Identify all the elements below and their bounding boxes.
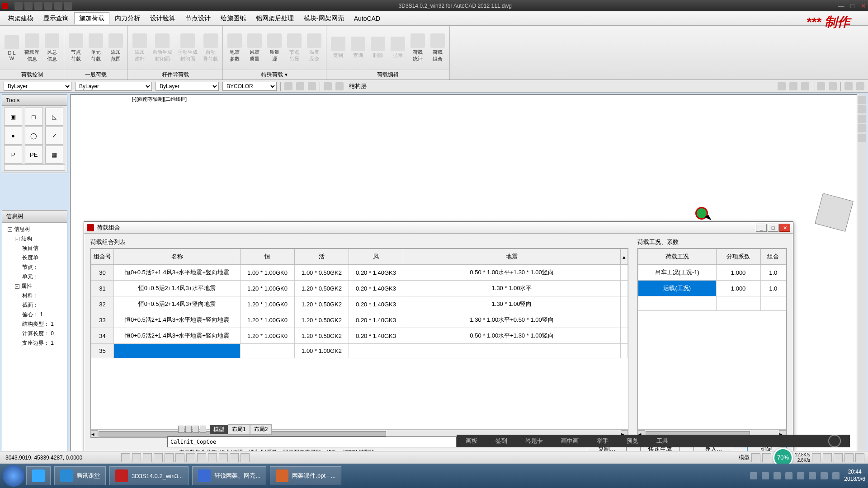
loadcase-grid[interactable]: 荷载工况分项系数组合吊车工况(工况-1)1.0001.0活载(工况)1.0001… [637, 248, 787, 438]
ribbon-btn[interactable]: 显示 [388, 35, 408, 61]
showmotion-icon[interactable] [858, 134, 866, 142]
qp-icon[interactable] [219, 453, 228, 462]
ribbon-btn[interactable]: 荷载统计 [408, 32, 428, 64]
tool-rect-icon[interactable] [4, 164, 65, 171]
ribbon-btn[interactable]: 添加虚杆 [130, 32, 150, 64]
tool-cube-icon[interactable]: ▣ [4, 108, 22, 126]
ribbon-btn[interactable]: 荷载组合 [428, 32, 448, 64]
status-r4-icon[interactable] [823, 453, 832, 462]
table-row[interactable]: 34恒0+0.5活2+1.4风3+水平地震+竖向地震1.20 * 1.00GK0… [91, 328, 628, 344]
qat-save-icon[interactable] [34, 2, 42, 10]
info-tree[interactable]: −信息树 −结构 项目信 长度单 节点： 单元： −属性 材料： 截面： 偏心：… [2, 223, 67, 350]
taskbar-item[interactable]: 轩锐网架、网壳... [192, 466, 266, 485]
qat-undo-icon[interactable] [44, 2, 52, 10]
area-icon[interactable] [856, 82, 864, 90]
grid-icon[interactable] [132, 453, 141, 462]
tray-flag-icon[interactable] [762, 472, 769, 479]
taskbar-item[interactable]: 腾讯课堂 [54, 466, 106, 485]
tray-sync-icon[interactable] [785, 472, 793, 479]
menu-8[interactable]: 模块-网架网壳 [299, 13, 349, 24]
taskbar-item[interactable]: 3D3S14.0.2_win3... [109, 466, 189, 485]
snap-icon[interactable] [121, 453, 130, 462]
start-button[interactable] [3, 465, 24, 487]
combination-grid[interactable]: 组合号名称恒活风地震▴30恒0+0.5活2+1.4风3+水平地震+竖向地震1.0… [90, 248, 628, 438]
dialog-close-button[interactable]: ✕ [779, 224, 790, 232]
table-row[interactable]: 33恒0+0.5活2+1.4风3+水平地震+竖向地震1.20 * 1.00GK0… [91, 312, 628, 328]
am-icon[interactable] [241, 453, 250, 462]
study-item[interactable]: 画中画 [561, 437, 579, 445]
tab-first-icon[interactable] [178, 426, 184, 433]
tab-model[interactable]: 模型 [210, 425, 228, 434]
tab-layout1[interactable]: 布局1 [228, 424, 250, 435]
lineweight-select[interactable]: ByLayer [156, 82, 219, 91]
tab-last-icon[interactable] [200, 426, 206, 433]
menu-3[interactable]: 内力分析 [110, 13, 145, 24]
tray-mail-icon[interactable] [750, 472, 757, 479]
block-icon[interactable] [817, 82, 825, 90]
pan-icon[interactable] [858, 105, 866, 113]
layer-prev-icon[interactable] [789, 82, 797, 90]
study-item[interactable]: 签到 [495, 437, 507, 445]
tray-wifi-icon[interactable] [821, 472, 828, 479]
qat-open-icon[interactable] [24, 2, 33, 10]
dyn-icon[interactable] [197, 453, 206, 462]
tool-ellipse-icon[interactable]: ◯ [25, 127, 43, 145]
ribbon-btn[interactable]: 单元荷载 [86, 32, 106, 64]
tool-sphere-icon[interactable]: ● [4, 127, 22, 145]
study-item[interactable]: 画板 [466, 437, 477, 445]
tool-pe-icon[interactable]: PE [25, 145, 43, 164]
dialog-maximize-button[interactable]: □ [768, 224, 778, 232]
taskbar-item[interactable]: 网架课件.ppt - ... [270, 466, 341, 485]
zoom-icon[interactable] [858, 115, 866, 123]
polar-icon[interactable] [154, 453, 163, 462]
menu-7[interactable]: 铝网架后处理 [251, 13, 298, 24]
power-icon[interactable] [828, 435, 841, 447]
ribbon-btn[interactable]: 荷载库信息 [22, 32, 42, 64]
status-r6-icon[interactable] [844, 453, 854, 462]
menu-4[interactable]: 设计验算 [146, 13, 180, 24]
ribbon-btn[interactable]: D LW [2, 33, 22, 63]
table-row[interactable]: 31恒0+0.5活2+1.4风3+水平地震1.20 * 1.00GK01.20 … [91, 281, 628, 296]
tool-check-icon[interactable]: ✓ [45, 127, 63, 145]
close-button[interactable]: ✕ [861, 2, 866, 9]
ribbon-btn[interactable]: 查询 [348, 35, 368, 61]
dialog-titlebar[interactable]: 荷载组合 _ □ ✕ [84, 222, 793, 234]
qat-print-icon[interactable] [64, 2, 72, 10]
lwt-icon[interactable] [208, 453, 217, 462]
tab-prev-icon[interactable] [185, 426, 192, 433]
tool-grid-icon[interactable]: ▦ [45, 145, 63, 164]
table-row[interactable]: 活载(工况)1.0001.0 [638, 281, 786, 296]
tray-vol-icon[interactable] [809, 472, 816, 479]
status-r5-icon[interactable] [834, 453, 843, 462]
ortho-icon[interactable] [143, 453, 152, 462]
ribbon-btn[interactable]: 复制 [328, 35, 348, 61]
menu-0[interactable]: 构架建模 [4, 13, 38, 24]
hscroll-left-button[interactable]: ◂ [91, 430, 98, 437]
layer-state-icon[interactable] [296, 82, 304, 90]
ribbon-btn[interactable]: 节点吊压 [284, 32, 304, 64]
ribbon-btn[interactable]: 删除 [368, 35, 388, 61]
menu-2[interactable]: 施加荷载 [74, 12, 109, 24]
tray-net-icon[interactable] [797, 472, 804, 479]
menu-9[interactable]: AutoCAD [349, 13, 385, 24]
tray-shield-icon[interactable] [774, 472, 781, 479]
tool-box-icon[interactable]: ◻ [25, 108, 43, 126]
tool-p-icon[interactable]: P [4, 145, 22, 164]
layer-freeze-icon[interactable] [308, 82, 316, 90]
ribbon-btn[interactable]: 风总信息 [42, 32, 62, 64]
table-row[interactable]: 30恒0+0.5活2+1.4风3+水平地震+竖向地震1.00 * 1.00GK0… [91, 265, 628, 281]
minimize-button[interactable]: — [838, 2, 844, 9]
orbit-icon[interactable] [858, 124, 866, 132]
ribbon-btn[interactable]: 手动生成封闭面 [175, 32, 200, 64]
measure-icon[interactable] [844, 82, 853, 90]
nav-wheel-icon[interactable] [858, 96, 866, 104]
ribbon-btn[interactable]: 质量源 [264, 32, 284, 64]
ribbon-btn[interactable]: 温度应变 [304, 32, 324, 64]
study-item[interactable]: 答题卡 [525, 437, 543, 445]
ribbon-btn[interactable]: 风震质量 [245, 32, 264, 64]
linetype-select[interactable]: ByLayer [75, 82, 152, 91]
ribbon-btn[interactable]: 地震参数 [225, 32, 245, 64]
tab-next-icon[interactable] [193, 426, 199, 433]
task-ie[interactable] [26, 466, 51, 485]
table-row[interactable]: 32恒0+0.5活2+1.4风3+竖向地震1.20 * 1.00GK01.20 … [91, 296, 628, 312]
